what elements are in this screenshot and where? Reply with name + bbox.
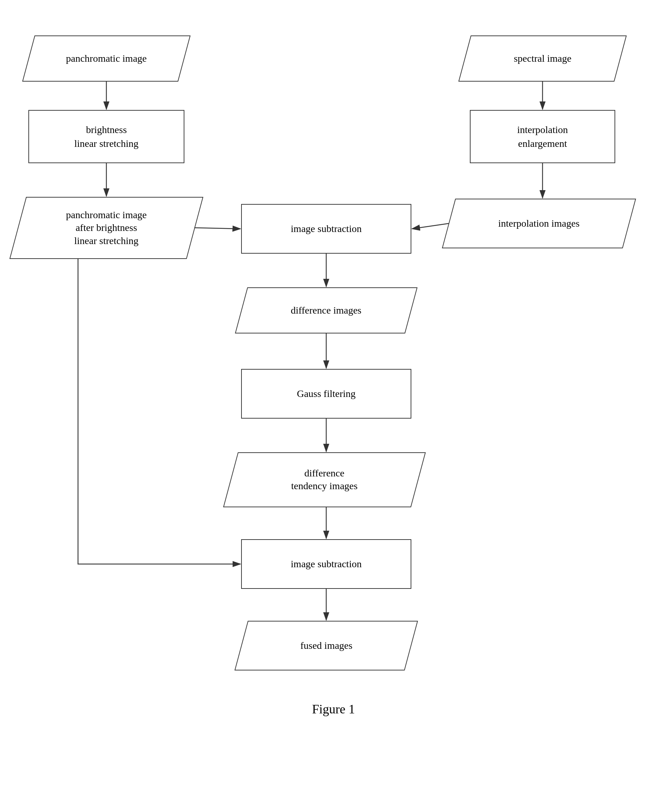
fused-images-shape: fused images bbox=[234, 621, 418, 671]
image-subtraction-1-shape: image subtraction bbox=[241, 204, 411, 254]
arrow-pan-after-to-sub2 bbox=[78, 259, 241, 564]
figure-label: Figure 1 bbox=[0, 702, 667, 717]
pan-after-brightness-shape: panchromatic imageafter brightnesslinear… bbox=[10, 197, 204, 259]
difference-images-label: difference images bbox=[291, 304, 361, 317]
spectral-image-label: spectral image bbox=[514, 52, 571, 65]
panchromatic-image-label: panchromatic image bbox=[66, 52, 147, 65]
difference-tendency-shape: differencetendency images bbox=[223, 452, 426, 507]
arrow-pan-after-to-sub1 bbox=[194, 228, 241, 229]
interpolation-images-label: interpolation images bbox=[498, 217, 579, 230]
image-subtraction-2-shape: image subtraction bbox=[241, 539, 411, 589]
gauss-filtering-label: Gauss filtering bbox=[297, 387, 356, 400]
fused-images-label: fused images bbox=[300, 639, 352, 652]
arrow-interp-images-to-sub1 bbox=[412, 224, 448, 229]
interpolation-images-shape: interpolation images bbox=[442, 199, 636, 248]
image-subtraction-2-label: image subtraction bbox=[291, 557, 362, 571]
gauss-filtering-shape: Gauss filtering bbox=[241, 369, 411, 418]
brightness-stretching-shape: brightnesslinear stretching bbox=[28, 110, 184, 163]
image-subtraction-1-label: image subtraction bbox=[291, 222, 362, 236]
interpolation-enlargement-shape: interpolationenlargement bbox=[470, 110, 615, 163]
brightness-stretching-label: brightnesslinear stretching bbox=[74, 123, 138, 150]
spectral-image-shape: spectral image bbox=[458, 35, 627, 81]
difference-tendency-label: differencetendency images bbox=[291, 467, 357, 493]
panchromatic-image-shape: panchromatic image bbox=[22, 35, 191, 81]
interpolation-enlargement-label: interpolationenlargement bbox=[517, 123, 568, 150]
pan-after-brightness-label: panchromatic imageafter brightnesslinear… bbox=[66, 209, 147, 247]
difference-images-shape: difference images bbox=[235, 287, 418, 334]
diagram-container: panchromatic image brightnesslinear stre… bbox=[0, 0, 667, 745]
